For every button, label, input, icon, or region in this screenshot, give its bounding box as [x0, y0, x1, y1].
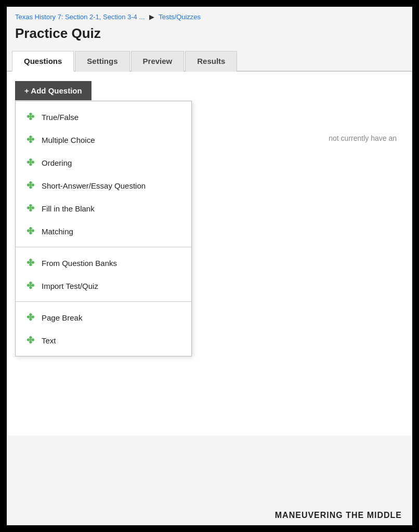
plus-icon-essay: ✤: [25, 180, 35, 191]
tab-questions[interactable]: Questions: [12, 51, 74, 72]
dropdown-item-page-break[interactable]: ✤ Page Break: [16, 306, 191, 329]
dropdown-section-other: ✤ Page Break ✤ Text: [16, 302, 191, 356]
tabs-bar: Questions Settings Preview Results: [7, 50, 412, 72]
add-question-button[interactable]: + Add Question: [15, 81, 91, 100]
dropdown-item-essay[interactable]: ✤ Short-Answer/Essay Question: [16, 174, 191, 197]
dropdown-item-fill-blank[interactable]: ✤ Fill in the Blank: [16, 197, 191, 220]
dropdown-item-import[interactable]: ✤ Import Test/Quiz: [16, 274, 191, 297]
plus-icon-matching: ✤: [25, 225, 35, 237]
plus-icon-import: ✤: [25, 280, 35, 291]
dropdown-item-true-false[interactable]: ✤ True/False: [16, 105, 191, 128]
dropdown-item-matching[interactable]: ✤ Matching: [16, 220, 191, 243]
plus-icon-fill-blank: ✤: [25, 203, 35, 214]
tab-results[interactable]: Results: [185, 51, 237, 72]
dropdown-label-import: Import Test/Quiz: [42, 282, 98, 290]
dropdown-label-multiple-choice: Multiple Choice: [42, 136, 95, 144]
dropdown-label-page-break: Page Break: [42, 313, 82, 322]
dropdown-item-ordering[interactable]: ✤ Ordering: [16, 151, 191, 174]
page-title: Practice Quiz: [7, 23, 412, 50]
plus-icon-multiple-choice: ✤: [25, 134, 35, 145]
content-area: + Add Question ✤ True/False ✤ Multiple C…: [7, 72, 412, 435]
dropdown-label-ordering: Ordering: [42, 158, 72, 167]
plus-icon-ordering: ✤: [25, 157, 35, 168]
tab-preview[interactable]: Preview: [131, 51, 185, 72]
plus-icon-question-banks: ✤: [25, 257, 35, 269]
breadcrumb-current: Tests/Quizzes: [159, 13, 201, 21]
breadcrumb: Texas History 7: Section 2-1, Section 3-…: [7, 7, 412, 23]
plus-icon-true-false: ✤: [25, 111, 35, 123]
dropdown-label-essay: Short-Answer/Essay Question: [42, 181, 146, 190]
dropdown-label-text: Text: [42, 336, 56, 345]
dropdown-section-banks: ✤ From Question Banks ✤ Import Test/Quiz: [16, 247, 191, 302]
dropdown-item-text[interactable]: ✤ Text: [16, 329, 191, 352]
dropdown-label-matching: Matching: [42, 227, 73, 236]
tab-settings[interactable]: Settings: [75, 51, 129, 72]
dropdown-label-true-false: True/False: [42, 113, 78, 122]
brand-label: MANEUVERING THE MIDDLE: [275, 511, 402, 520]
dropdown-section-questions: ✤ True/False ✤ Multiple Choice ✤ Orderin…: [16, 101, 191, 247]
plus-icon-page-break: ✤: [25, 312, 35, 323]
dropdown-item-question-banks[interactable]: ✤ From Question Banks: [16, 251, 191, 274]
dropdown-label-fill-blank: Fill in the Blank: [42, 204, 95, 213]
dropdown-label-question-banks: From Question Banks: [42, 259, 117, 268]
breadcrumb-separator: ▶: [149, 13, 154, 21]
breadcrumb-link[interactable]: Texas History 7: Section 2-1, Section 3-…: [15, 13, 145, 21]
plus-icon-text: ✤: [25, 335, 35, 346]
content-note: not currently have an: [329, 134, 397, 142]
page-wrapper: Texas History 7: Section 2-1, Section 3-…: [7, 7, 412, 525]
add-question-dropdown: ✤ True/False ✤ Multiple Choice ✤ Orderin…: [15, 101, 192, 356]
dropdown-item-multiple-choice[interactable]: ✤ Multiple Choice: [16, 128, 191, 151]
